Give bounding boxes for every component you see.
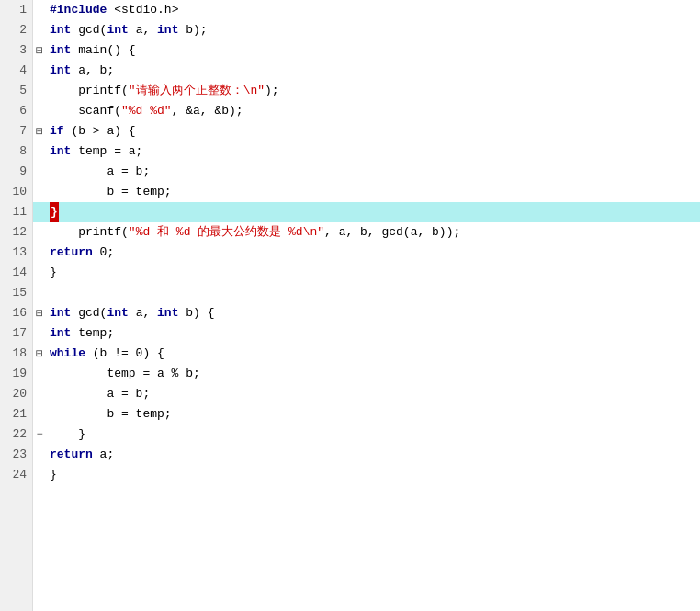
fold-10[interactable]	[33, 182, 46, 202]
fold-3[interactable]: ⊟	[33, 40, 46, 61]
fold-17[interactable]	[33, 323, 46, 344]
fold-12[interactable]	[33, 222, 46, 243]
ln-5: 5	[0, 81, 32, 101]
ln-9: 9	[0, 162, 32, 182]
line-row-13: return 0;	[33, 243, 700, 263]
ln-15: 15	[0, 283, 32, 303]
code-line-8: int temp = a;	[46, 141, 142, 162]
ln-6: 6	[0, 101, 32, 121]
ln-12: 12	[0, 222, 32, 243]
code-line-19: temp = a % b;	[46, 364, 200, 384]
fold-11[interactable]	[33, 202, 46, 222]
fold-8[interactable]	[33, 141, 46, 162]
line-row-6: scanf("%d %d", &a, &b);	[33, 101, 700, 121]
fold-13[interactable]	[33, 243, 46, 263]
ln-22: 22	[0, 424, 32, 445]
ln-23: 23	[0, 445, 32, 465]
code-line-21: b = temp;	[46, 404, 172, 424]
line-row-18: ⊟ while (b != 0) {	[33, 344, 700, 364]
ln-19: 19	[0, 364, 32, 384]
code-line-4: int a, b;	[46, 61, 114, 81]
fold-24[interactable]	[33, 465, 46, 485]
code-line-23: return a;	[46, 445, 114, 465]
ln-3: 3	[0, 40, 32, 61]
ln-24: 24	[0, 465, 32, 485]
code-line-12: printf("%d 和 %d 的最大公约数是 %d\n", a, b, gcd…	[46, 222, 460, 243]
line-row-8: int temp = a;	[33, 141, 700, 162]
code-area: #include <stdio.h> int gcd(int a, int b)…	[33, 0, 700, 611]
line-row-19: temp = a % b;	[33, 364, 700, 384]
ln-10: 10	[0, 182, 32, 202]
code-line-13: return 0;	[46, 243, 114, 263]
line-row-21: b = temp;	[33, 404, 700, 424]
line-row-22: − }	[33, 424, 700, 445]
ln-2: 2	[0, 20, 32, 40]
code-line-22: }	[46, 424, 85, 445]
line-row-23: return a;	[33, 445, 700, 465]
line-row-2: int gcd(int a, int b);	[33, 20, 700, 40]
fold-22[interactable]: −	[33, 424, 46, 445]
line-row-1: #include <stdio.h>	[33, 0, 700, 20]
code-line-10: b = temp;	[46, 182, 172, 202]
ln-11: 11	[0, 202, 32, 222]
fold-20[interactable]	[33, 384, 46, 404]
ln-4: 4	[0, 61, 32, 81]
ln-18: 18	[0, 344, 32, 364]
fold-19[interactable]	[33, 364, 46, 384]
line-row-9: a = b;	[33, 162, 700, 182]
fold-1[interactable]	[33, 0, 46, 20]
line-row-17: int temp;	[33, 323, 700, 344]
code-line-9: a = b;	[46, 162, 150, 182]
fold-5[interactable]	[33, 81, 46, 101]
line-row-24: }	[33, 465, 700, 485]
ln-7: 7	[0, 121, 32, 141]
ln-8: 8	[0, 141, 32, 162]
code-line-5: printf("请输入两个正整数：\n");	[46, 81, 279, 101]
code-editor: 1 2 3 4 5 6 7 8 9 10 11 12 13 14 15 16 1…	[0, 0, 700, 611]
line-row-5: printf("请输入两个正整数：\n");	[33, 81, 700, 101]
fold-4[interactable]	[33, 61, 46, 81]
code-line-11: }	[46, 202, 59, 222]
code-line-6: scanf("%d %d", &a, &b);	[46, 101, 243, 121]
line-row-10: b = temp;	[33, 182, 700, 202]
code-line-14: }	[46, 263, 57, 283]
line-row-7: ⊟ if (b > a) {	[33, 121, 700, 141]
fold-9[interactable]	[33, 162, 46, 182]
line-row-16: ⊟ int gcd(int a, int b) {	[33, 303, 700, 323]
code-line-18: while (b != 0) {	[46, 344, 164, 364]
code-line-20: a = b;	[46, 384, 150, 404]
line-row-4: int a, b;	[33, 61, 700, 81]
fold-15[interactable]	[33, 283, 46, 303]
code-line-7: if (b > a) {	[46, 121, 136, 141]
ln-20: 20	[0, 384, 32, 404]
line-row-12: printf("%d 和 %d 的最大公约数是 %d\n", a, b, gcd…	[33, 222, 700, 243]
ln-21: 21	[0, 404, 32, 424]
line-row-14: }	[33, 263, 700, 283]
fold-6[interactable]	[33, 101, 46, 121]
line-row-20: a = b;	[33, 384, 700, 404]
fold-14[interactable]	[33, 263, 46, 283]
code-line-3: int main() {	[46, 40, 136, 61]
fold-2[interactable]	[33, 20, 46, 40]
ln-14: 14	[0, 263, 32, 283]
code-line-2: int gcd(int a, int b);	[46, 20, 208, 40]
fold-7[interactable]: ⊟	[33, 121, 46, 141]
fold-21[interactable]	[33, 404, 46, 424]
code-line-1: #include <stdio.h>	[46, 0, 178, 20]
fold-18[interactable]: ⊟	[33, 344, 46, 364]
line-numbers: 1 2 3 4 5 6 7 8 9 10 11 12 13 14 15 16 1…	[0, 0, 33, 611]
code-line-24: }	[46, 465, 57, 485]
line-row-15	[33, 283, 700, 303]
ln-13: 13	[0, 243, 32, 263]
ln-16: 16	[0, 303, 32, 323]
ln-1: 1	[0, 0, 32, 20]
fold-16[interactable]: ⊟	[33, 303, 46, 323]
code-line-16: int gcd(int a, int b) {	[46, 303, 214, 323]
fold-23[interactable]	[33, 445, 46, 465]
line-row-11: }	[33, 202, 700, 222]
code-line-15	[46, 283, 57, 303]
code-line-17: int temp;	[46, 323, 114, 344]
ln-17: 17	[0, 323, 32, 344]
line-row-3: ⊟ int main() {	[33, 40, 700, 61]
